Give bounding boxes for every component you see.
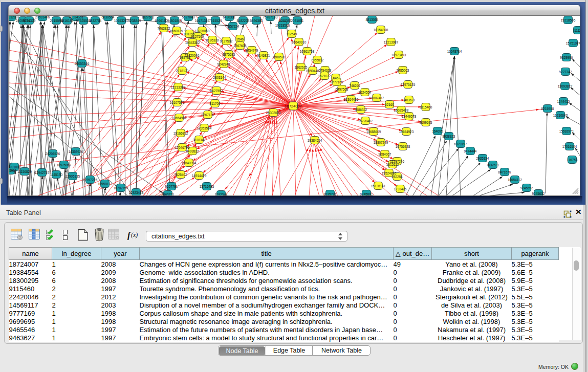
svg-text:9115460: 9115460 (420, 105, 432, 109)
svg-text:1362615: 1362615 (295, 65, 308, 69)
svg-text:19218506: 19218506 (275, 24, 290, 27)
svg-text:15136141: 15136141 (371, 184, 386, 188)
svg-text:16782759: 16782759 (114, 186, 128, 190)
svg-text:12093822: 12093822 (558, 84, 573, 88)
svg-text:3878342: 3878342 (193, 138, 206, 142)
svg-text:7986322: 7986322 (355, 108, 367, 112)
svg-text:17016504: 17016504 (562, 145, 577, 148)
svg-text:16648764: 16648764 (447, 50, 462, 53)
svg-text:11156829: 11156829 (17, 170, 32, 173)
svg-text:15751074: 15751074 (566, 41, 580, 45)
svg-text:10756928: 10756928 (396, 145, 410, 148)
svg-text:18807249: 18807249 (374, 141, 388, 144)
svg-text:6497568: 6497568 (336, 87, 349, 91)
svg-text:10654982: 10654982 (172, 116, 187, 120)
svg-text:19384554: 19384554 (308, 139, 322, 142)
svg-text:9245801: 9245801 (360, 192, 373, 196)
svg-text:2031051: 2031051 (291, 19, 304, 23)
svg-text:25302033: 25302033 (266, 111, 281, 115)
svg-text:10543382: 10543382 (185, 41, 200, 45)
svg-text:8493822: 8493822 (186, 149, 199, 153)
svg-text:9146821: 9146821 (257, 54, 270, 57)
svg-text:12905135: 12905135 (66, 174, 80, 178)
svg-text:12942757: 12942757 (35, 171, 50, 174)
svg-text:8215958: 8215958 (541, 107, 554, 111)
svg-text:2803144: 2803144 (213, 76, 226, 79)
svg-text:9245612: 9245612 (532, 192, 545, 195)
svg-text:7357224: 7357224 (227, 25, 239, 28)
svg-text:1615112: 1615112 (386, 163, 399, 166)
svg-text:8660125: 8660125 (170, 29, 183, 33)
svg-text:8471676: 8471676 (498, 170, 511, 174)
svg-text:3624554: 3624554 (359, 91, 372, 94)
svg-text:13226058: 13226058 (195, 29, 210, 33)
svg-text:9891001: 9891001 (9, 165, 21, 169)
svg-text:811700: 811700 (210, 102, 221, 105)
svg-text:112549: 112549 (287, 32, 297, 36)
svg-text:10154808: 10154808 (374, 28, 388, 32)
svg-text:75787133: 75787133 (263, 16, 278, 19)
svg-text:12213987: 12213987 (384, 40, 399, 44)
svg-text:1621072: 1621072 (318, 74, 331, 78)
svg-text:9474444: 9474444 (464, 149, 477, 153)
svg-text:9245652: 9245652 (520, 186, 533, 190)
svg-text:10973493: 10973493 (391, 53, 406, 57)
svg-text:1145190: 1145190 (50, 173, 63, 177)
svg-text:1733426: 1733426 (394, 187, 407, 191)
svg-text:3875685: 3875685 (223, 53, 235, 56)
svg-text:1112: 1112 (574, 29, 580, 32)
svg-text:8267130: 8267130 (202, 113, 214, 117)
svg-text:7632621: 7632621 (487, 163, 499, 167)
svg-text:2367608: 2367608 (234, 44, 247, 48)
svg-text:8182278: 8182278 (237, 19, 250, 23)
svg-text:12353594: 12353594 (197, 126, 212, 130)
svg-text:9329996: 9329996 (560, 56, 573, 59)
svg-text:3832764: 3832764 (89, 19, 102, 23)
svg-text:14914479: 14914479 (192, 174, 207, 178)
svg-text:1292344: 1292344 (215, 193, 228, 196)
svg-text:2935134: 2935134 (476, 157, 489, 160)
svg-text:12975125: 12975125 (401, 83, 416, 86)
svg-text:6430391: 6430391 (223, 16, 236, 19)
svg-text:17957225: 17957225 (83, 178, 98, 182)
svg-text:12923448: 12923448 (129, 191, 144, 194)
svg-text:9127502: 9127502 (220, 39, 233, 43)
svg-text:19524855: 19524855 (382, 171, 397, 175)
svg-text:164095: 164095 (432, 129, 443, 133)
svg-text:6030564: 6030564 (102, 16, 115, 19)
svg-text:8186328: 8186328 (206, 38, 219, 42)
svg-text:62160: 62160 (385, 103, 394, 106)
svg-text:8454749: 8454749 (246, 49, 258, 52)
svg-text:13449578: 13449578 (402, 115, 417, 118)
svg-text:116753: 116753 (567, 158, 578, 162)
svg-text:94801845: 94801845 (167, 19, 182, 23)
svg-text:5238849: 5238849 (128, 19, 141, 23)
svg-text:(x): (x) (131, 231, 138, 238)
svg-text:9386379: 9386379 (23, 19, 36, 23)
svg-text:20206526: 20206526 (46, 152, 60, 156)
svg-text:9084067: 9084067 (379, 152, 391, 156)
svg-text:9463721: 9463721 (162, 193, 175, 196)
svg-text:9242848: 9242848 (217, 62, 230, 66)
svg-text:6794028: 6794028 (319, 69, 332, 72)
svg-text:3915901: 3915901 (9, 169, 17, 172)
svg-text:10807487: 10807487 (369, 96, 384, 100)
svg-text:10961758: 10961758 (300, 50, 315, 53)
svg-text:1327602: 1327602 (142, 16, 155, 19)
svg-text:2718170: 2718170 (176, 69, 189, 73)
svg-text:9127509: 9127509 (191, 35, 204, 38)
svg-text:10688609: 10688609 (366, 130, 381, 134)
svg-text:1244415: 1244415 (557, 100, 570, 103)
svg-text:15720407: 15720407 (358, 119, 373, 123)
svg-text:7515524: 7515524 (209, 19, 222, 23)
svg-text:10025438: 10025438 (394, 108, 409, 112)
svg-text:9657791: 9657791 (165, 185, 178, 188)
svg-text:545: 545 (333, 76, 339, 80)
svg-text:16210643: 16210643 (553, 114, 568, 117)
svg-text:17046796: 17046796 (175, 146, 190, 149)
svg-text:9227342: 9227342 (559, 70, 572, 74)
svg-text:15716485: 15716485 (200, 185, 214, 188)
svg-text:746266: 746266 (349, 84, 360, 87)
svg-text:1588520: 1588520 (273, 55, 286, 59)
svg-text:20053346: 20053346 (75, 62, 90, 65)
